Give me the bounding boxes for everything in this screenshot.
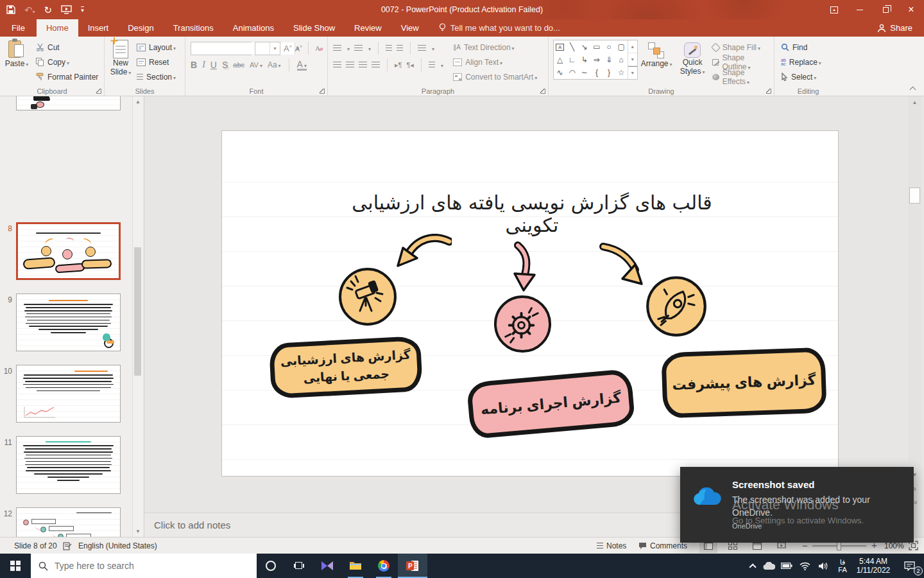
arrow-shape-icon[interactable]: ↘	[581, 42, 588, 51]
search-input[interactable]	[55, 561, 228, 571]
grow-font-button[interactable]: A˄	[284, 44, 292, 53]
convert-to-smartart-button[interactable]: Convert to SmartArt	[453, 69, 548, 84]
tab-file[interactable]: File	[0, 19, 37, 37]
arc-shape-icon[interactable]: ◠	[569, 68, 575, 77]
ltr-direction-icon[interactable]: ▸¶	[395, 61, 402, 69]
oval-shape-icon[interactable]: ○	[606, 42, 611, 51]
arrow-doodle-middle[interactable]	[506, 241, 542, 293]
slide-thumbnail-12[interactable]	[16, 507, 121, 537]
drawing-dialog-launcher[interactable]	[766, 89, 771, 94]
reset-button[interactable]: Reset	[137, 55, 176, 69]
down-arrow-shape-icon[interactable]: ⇓	[606, 55, 612, 64]
start-button[interactable]	[0, 554, 31, 578]
close-button[interactable]: ×	[898, 0, 924, 19]
strikethrough-button[interactable]: abc	[233, 61, 244, 69]
powerpoint-taskbar-button[interactable]: P	[398, 554, 427, 578]
gear-bubble[interactable]	[492, 293, 553, 355]
columns-dropdown[interactable]	[440, 60, 443, 69]
panel-scrollbar-thumb[interactable]	[134, 247, 141, 376]
font-name-combobox[interactable]	[191, 42, 252, 55]
line-shape-icon[interactable]: ╲	[570, 42, 574, 51]
thumbnail-panel-scrollbar[interactable]: ▲ ▼	[132, 96, 142, 537]
action-center-button[interactable]: 2	[894, 554, 924, 578]
tab-insert[interactable]: Insert	[78, 19, 119, 37]
paste-button[interactable]: Paste	[0, 40, 33, 84]
notes-toggle-button[interactable]: Notes	[597, 539, 626, 553]
clear-formatting-icon[interactable]: A	[314, 44, 323, 53]
italic-button[interactable]: I	[202, 60, 205, 70]
scroll-up-icon[interactable]: ▲	[908, 96, 921, 108]
bullets-dropdown[interactable]	[346, 44, 350, 53]
right-brace-shape-icon[interactable]: }	[608, 68, 610, 77]
slide-thumbnail-8[interactable]	[16, 222, 121, 280]
star-shape-icon[interactable]: ☆	[618, 68, 625, 77]
clipboard-dialog-launcher[interactable]	[96, 89, 101, 94]
taskbar-search[interactable]	[31, 554, 257, 578]
arrow-doodle-right[interactable]	[598, 241, 646, 289]
bullets-icon[interactable]	[333, 45, 341, 51]
slide-indicator[interactable]: Slide 8 of 20	[14, 541, 57, 550]
shapes-more-icon[interactable]: ▼	[628, 66, 637, 79]
triangle-shape-icon[interactable]: △	[557, 55, 563, 64]
decrease-indent-icon[interactable]	[386, 45, 392, 51]
rtl-direction-icon[interactable]: ¶◂	[406, 61, 413, 69]
rectangle-shape-icon[interactable]: ▭	[593, 42, 600, 51]
tab-review[interactable]: Review	[345, 19, 391, 37]
language-indicator[interactable]: English (United States)	[78, 541, 157, 550]
slide-title[interactable]: قالب های گزارش نویسی یافته های ارزشیابی …	[325, 191, 739, 236]
zoom-level[interactable]: 100%	[884, 541, 904, 550]
font-dialog-launcher[interactable]	[320, 89, 325, 94]
wifi-tray-button[interactable]	[796, 554, 814, 578]
line-spacing-dropdown[interactable]	[431, 44, 434, 53]
panel-scroll-up-icon[interactable]: ▲	[133, 99, 143, 105]
right-arrow-shape-icon[interactable]: ⇒	[594, 55, 600, 64]
slide-thumbnail-11[interactable]	[16, 436, 121, 494]
layout-button[interactable]: Layout	[137, 40, 176, 55]
shapes-gallery[interactable]: A ╲ ↘ ▭ ○ ▢ △ ∟ ↳ ⇒ ⇓ ⌂ ∿ ◠ ∼	[553, 40, 638, 80]
font-color-button[interactable]: A	[297, 60, 307, 71]
zoom-slider-thumb[interactable]	[837, 541, 841, 550]
slide-thumbnail-9[interactable]	[16, 293, 121, 351]
tell-me-box[interactable]: Tell me what you want to do...	[439, 19, 560, 37]
align-text-button[interactable]: Align Text	[453, 55, 548, 69]
line-spacing-icon[interactable]	[418, 45, 426, 51]
justify-icon[interactable]	[372, 62, 380, 68]
chrome-button[interactable]	[370, 554, 398, 578]
callout-program-execution-report[interactable]: گزارش اجرای برنامه	[466, 369, 636, 439]
font-size-dropdown[interactable]	[270, 42, 278, 55]
underline-button[interactable]: U	[210, 60, 217, 70]
slide-thumbnail-10[interactable]	[16, 365, 121, 423]
panel-scroll-down-icon[interactable]: ▼	[133, 529, 143, 534]
align-right-icon[interactable]	[359, 62, 367, 68]
tab-animations[interactable]: Animations	[223, 19, 284, 37]
taskbar-clock[interactable]: 5:44 AM1/11/2022	[852, 554, 894, 578]
textbox-shape-icon[interactable]: A	[556, 44, 564, 51]
elbow-arrow-shape-icon[interactable]: ↳	[581, 55, 588, 64]
numbering-icon[interactable]	[354, 45, 363, 51]
replace-button[interactable]: abac Replace	[781, 55, 842, 69]
shrink-font-button[interactable]: A˅	[295, 44, 302, 53]
slide-thumbnail-7-partial[interactable]	[16, 96, 121, 110]
callout-summative-reports[interactable]: گزارش های ارزشیابی جمعی یا نهایی	[269, 336, 423, 399]
section-button[interactable]: Section	[137, 69, 176, 84]
spell-check-icon[interactable]	[63, 541, 72, 550]
shapes-scroll-down-icon[interactable]: ▼	[628, 53, 637, 66]
tab-slideshow[interactable]: Slide Show	[284, 19, 345, 37]
find-button[interactable]: Find	[781, 40, 842, 55]
numbering-dropdown[interactable]	[367, 44, 371, 53]
tab-transitions[interactable]: Transitions	[164, 19, 223, 37]
volume-tray-button[interactable]	[814, 554, 833, 578]
text-shadow-button[interactable]: S	[222, 60, 228, 70]
flag-shape-icon[interactable]: ⌂	[619, 55, 623, 64]
font-size-combobox[interactable]	[255, 42, 280, 55]
arrange-button[interactable]: Arrange	[638, 42, 676, 68]
tab-design[interactable]: Design	[118, 19, 163, 37]
collapse-ribbon-icon[interactable]	[910, 87, 916, 93]
text-direction-button[interactable]: ∥A Text Direction	[453, 40, 548, 55]
quick-styles-button[interactable]: Quick Styles	[676, 42, 710, 76]
columns-icon[interactable]	[429, 62, 435, 68]
format-painter-button[interactable]: Format Painter	[36, 69, 98, 84]
kmplayer-button[interactable]	[313, 554, 341, 578]
telescope-bubble[interactable]	[337, 266, 398, 328]
battery-tray-button[interactable]	[778, 554, 796, 578]
